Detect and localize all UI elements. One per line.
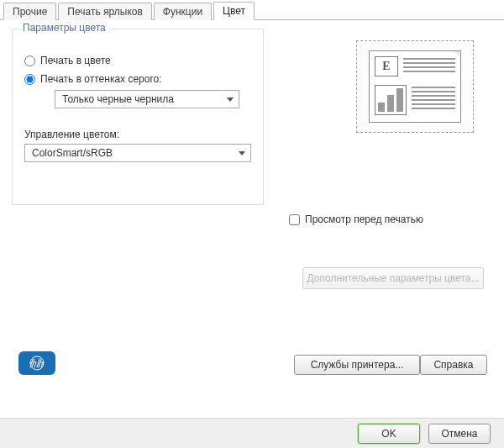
printer-services-button[interactable]: Службы принтера... [294,355,420,375]
printer-properties-window: Прочие Печать ярлыков Функции Цвет Парам… [0,0,504,448]
tab-functions-label: Функции [163,6,202,18]
chevron-down-icon [239,151,245,155]
cancel-label: Отмена [441,428,477,440]
print-preview-thumbnail: E [356,40,474,133]
advanced-color-options-button: Дополнительные параметры цвета... [302,267,484,289]
ok-label: OK [381,428,396,440]
svg-point-0 [30,356,44,370]
dropdown-color-management-value: ColorSmart/sRGB [32,147,113,159]
tab-color[interactable]: Цвет [213,2,255,20]
dropdown-grayscale-mode[interactable]: Только черные чернила [55,90,239,108]
tab-other-label: Прочие [13,6,47,18]
dialog-footer: OK Отмена [0,418,504,448]
ok-button[interactable]: OK [358,424,420,444]
radio-print-color[interactable] [24,55,35,66]
tab-strip: Прочие Печать ярлыков Функции Цвет [0,0,504,20]
tab-color-label: Цвет [223,5,245,17]
preview-before-print-row: Просмотр перед печатью [289,213,474,225]
cancel-button[interactable]: Отмена [428,424,491,444]
printer-services-label: Службы принтера... [311,359,404,371]
color-management-label: Управление цветом: [24,129,255,140]
hp-logo-icon [18,351,55,375]
radio-print-color-label: Печать в цвете [40,55,111,66]
help-label: Справка [433,359,473,371]
radio-print-gray-row: Печать в оттенках серого: [24,73,255,85]
dropdown-grayscale-value: Только черные чернила [62,93,174,105]
chevron-down-icon [227,98,234,102]
tab-other[interactable]: Прочие [3,3,56,20]
radio-print-color-row: Печать в цвете [24,55,255,66]
radio-print-grayscale[interactable] [24,74,35,85]
tab-functions[interactable]: Функции [154,3,212,20]
checkbox-preview-label: Просмотр перед печатью [305,213,423,225]
help-button[interactable]: Справка [420,355,487,375]
page-thumb-icon: E [369,50,461,123]
color-options-group: Параметры цвета Печать в цвете Печать в … [12,29,264,205]
radio-print-grayscale-label: Печать в оттенках серого: [40,73,162,85]
tab-page-color: Параметры цвета Печать в цвете Печать в … [0,20,504,415]
tab-print-labels-label: Печать ярлыков [67,6,142,18]
tab-print-labels[interactable]: Печать ярлыков [58,3,151,20]
color-options-title: Параметры цвета [19,22,109,34]
advanced-color-options-label: Дополнительные параметры цвета... [307,272,480,284]
checkbox-preview-before-print[interactable] [289,214,300,225]
dropdown-color-management[interactable]: ColorSmart/sRGB [24,144,251,162]
